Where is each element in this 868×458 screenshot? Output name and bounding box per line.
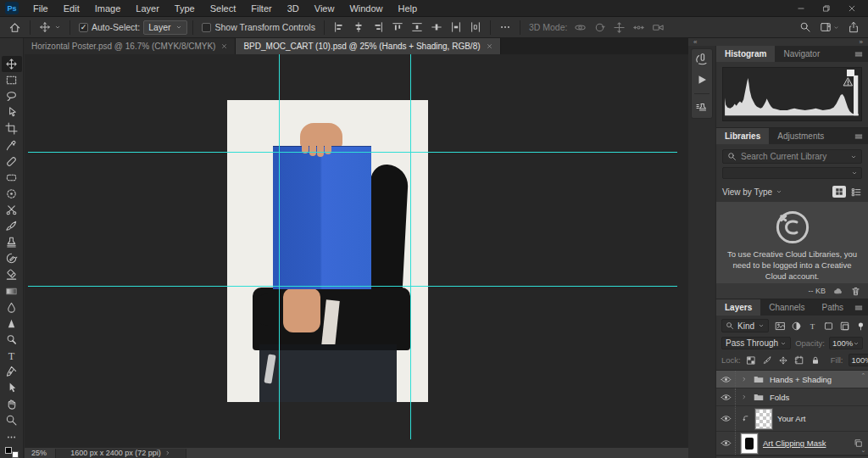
history-panel-icon[interactable] — [695, 53, 709, 66]
vertical-guide-2[interactable] — [410, 54, 411, 439]
red-eye-tool[interactable] — [2, 186, 22, 202]
document-image[interactable] — [227, 100, 428, 402]
menu-filter[interactable]: Filter — [243, 0, 279, 17]
expand-panels-icon[interactable]: » — [860, 38, 863, 46]
tab-close-icon[interactable] — [221, 43, 227, 49]
histogram-panel-menu-icon[interactable] — [854, 46, 868, 62]
home-icon[interactable] — [5, 20, 25, 36]
layer-row[interactable]: Folds — [716, 388, 868, 406]
minimize-button[interactable] — [790, 2, 812, 15]
sharpen-tool[interactable] — [2, 316, 22, 332]
lock-image-icon[interactable] — [762, 355, 772, 366]
history-brush-tool[interactable] — [2, 250, 22, 266]
tab-close-icon[interactable] — [487, 43, 492, 49]
histogram-tab-histogram[interactable]: Histogram — [716, 46, 775, 62]
layer-row-body[interactable]: Folds — [736, 391, 868, 403]
lock-position-icon[interactable] — [778, 355, 788, 366]
edit-toolbar-icon[interactable] — [2, 429, 22, 445]
spot-healing-tool[interactable] — [2, 154, 22, 170]
foreground-color-swatch[interactable] — [5, 447, 12, 454]
menu-help[interactable]: Help — [391, 0, 426, 17]
actions-panel-icon[interactable] — [695, 73, 709, 87]
align-left-edges-icon[interactable] — [333, 21, 345, 33]
layer-visibility-toggle[interactable] — [716, 406, 736, 431]
share-icon[interactable] — [848, 21, 860, 33]
hand-tool[interactable] — [2, 396, 22, 412]
shape-layers-filter-icon[interactable] — [823, 321, 834, 332]
document-info-field[interactable]: 1600 px x 2400 px (72 ppi) — [55, 449, 186, 458]
checkbox-checked[interactable]: ✓ — [79, 23, 88, 32]
background-color-swatch[interactable] — [12, 451, 19, 458]
scissors-tool[interactable] — [2, 202, 22, 218]
lock-transparent-icon[interactable] — [746, 355, 756, 366]
distribute-horizontally-icon[interactable] — [470, 21, 481, 33]
layers-scrollbar[interactable]: ⌃⌄ — [860, 371, 867, 455]
menu-image[interactable]: Image — [87, 0, 129, 17]
auto-select-checkbox[interactable]: ✓ Auto-Select: — [75, 22, 143, 32]
layer-visibility-toggle[interactable] — [716, 371, 736, 388]
layer-row-body[interactable]: Your Art — [736, 409, 868, 429]
layer-row[interactable]: Hands + Shading — [716, 371, 868, 388]
cloud-offline-icon[interactable] — [832, 286, 843, 297]
menu-window[interactable]: Window — [342, 0, 390, 17]
layers-tab-layers[interactable]: Layers — [716, 299, 760, 316]
distribute-vertical-centers-icon[interactable] — [431, 21, 442, 33]
clone-source-panel-icon[interactable] — [695, 101, 709, 114]
align-top-edges-icon[interactable] — [392, 21, 403, 33]
menu-file[interactable]: File — [25, 0, 56, 17]
workspace-switcher-icon[interactable] — [820, 21, 839, 33]
adjustment-layers-filter-icon[interactable] — [791, 321, 802, 332]
dodge-tool[interactable] — [2, 332, 22, 348]
layer-row[interactable]: Your Art — [716, 406, 868, 432]
fill-field[interactable]: 100% — [849, 354, 868, 366]
auto-select-target-dropdown[interactable]: Layer — [143, 20, 187, 35]
view-by-type-dropdown[interactable]: View by Type — [722, 187, 772, 197]
collapse-panels-icon[interactable]: « — [693, 38, 697, 46]
layer-thumbnail[interactable] — [755, 409, 772, 429]
orbit-3d-icon[interactable] — [574, 21, 587, 34]
type-layers-filter-icon[interactable]: T — [807, 321, 818, 332]
horizontal-guide-2[interactable] — [28, 286, 677, 287]
smart-objects-filter-icon[interactable] — [839, 321, 850, 332]
blend-mode-dropdown[interactable]: Pass Through — [721, 337, 791, 349]
library-search-input[interactable]: Search Current Library — [722, 149, 862, 164]
more-options-icon[interactable] — [496, 20, 515, 35]
zoom-level[interactable]: 25% — [25, 449, 55, 457]
blur-tool[interactable] — [2, 299, 22, 316]
gradient-tool[interactable] — [2, 283, 22, 299]
vertical-guide-1[interactable] — [279, 54, 280, 439]
layers-tab-paths[interactable]: Paths — [814, 299, 853, 316]
align-horizontal-centers-icon[interactable] — [353, 21, 364, 33]
layer-row-body[interactable]: Hands + Shading — [736, 373, 868, 385]
pan-3d-icon[interactable] — [613, 21, 626, 34]
patch-tool[interactable] — [2, 170, 22, 186]
pen-tool[interactable] — [2, 364, 22, 380]
menu-3d[interactable]: 3D — [280, 0, 307, 17]
lock-artboard-icon[interactable] — [794, 355, 804, 366]
lasso-tool[interactable] — [2, 88, 22, 104]
libraries-tab-libraries[interactable]: Libraries — [716, 128, 769, 144]
zoom-tool[interactable] — [2, 412, 22, 428]
libraries-panel-menu-icon[interactable] — [854, 128, 868, 144]
group-expand-icon[interactable] — [741, 376, 748, 383]
menu-select[interactable]: Select — [203, 0, 244, 17]
move-tool[interactable] — [2, 56, 22, 72]
layer-visibility-toggle[interactable] — [716, 388, 736, 405]
layer-filter-kind-dropdown[interactable]: Kind — [721, 319, 769, 332]
menu-edit[interactable]: Edit — [56, 0, 87, 17]
horizontal-guide-1[interactable] — [28, 152, 677, 153]
lock-all-icon[interactable] — [810, 355, 821, 366]
menu-view[interactable]: View — [307, 0, 342, 17]
align-right-edges-icon[interactable] — [372, 21, 384, 33]
layer-thumbnail[interactable] — [741, 433, 758, 454]
library-select-dropdown[interactable] — [722, 167, 862, 179]
restore-button[interactable] — [815, 2, 837, 15]
brush-tool[interactable] — [2, 218, 22, 234]
path-selection-tool[interactable] — [2, 380, 22, 396]
group-expand-icon[interactable] — [741, 394, 748, 400]
layers-panel-menu-icon[interactable] — [854, 299, 868, 316]
eyedropper-tool[interactable] — [2, 137, 22, 154]
crop-tool[interactable] — [2, 120, 22, 137]
type-tool[interactable]: T — [2, 348, 22, 364]
pixel-layers-filter-icon[interactable] — [775, 321, 786, 332]
